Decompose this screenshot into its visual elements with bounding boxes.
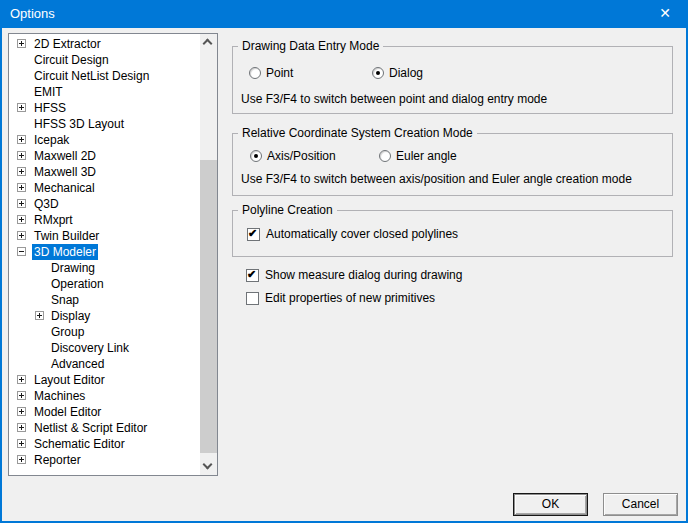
tree-item-label[interactable]: Operation (49, 276, 106, 292)
tree-item[interactable]: Display (9, 308, 200, 324)
checkbox-edit-properties-new-primitives[interactable]: Edit properties of new primitives (246, 291, 435, 306)
tree-item[interactable]: Circuit NetList Design (9, 68, 200, 84)
radio-axis-position[interactable]: Axis/Position (250, 149, 336, 164)
radio-label[interactable]: Dialog (389, 66, 423, 80)
tree-item-label[interactable]: RMxprt (32, 212, 75, 228)
tree-item-label[interactable]: Maxwell 3D (32, 164, 98, 180)
tree-item[interactable]: HFSS 3D Layout (9, 116, 200, 132)
tree-item-label[interactable]: Layout Editor (32, 372, 107, 388)
tree-scrollbar[interactable] (200, 34, 217, 475)
tree-expand-plus-icon[interactable] (17, 423, 26, 432)
tree-item[interactable]: Twin Builder (9, 228, 200, 244)
scrollbar-thumb[interactable] (200, 160, 217, 453)
tree-item-label[interactable]: Netlist & Script Editor (32, 420, 149, 436)
tree-item-label[interactable]: Twin Builder (32, 228, 101, 244)
tree-expand-plus-icon[interactable] (17, 167, 26, 176)
radio-label[interactable]: Axis/Position (267, 149, 336, 163)
tree-expand-plus-icon[interactable] (17, 391, 26, 400)
checkbox-icon[interactable] (247, 228, 260, 241)
tree-item[interactable]: Machines (9, 388, 200, 404)
tree-item[interactable]: 2D Extractor (9, 36, 200, 52)
tree-item[interactable]: EMIT (9, 84, 200, 100)
tree-expand-plus-icon[interactable] (17, 455, 26, 464)
tree-item[interactable]: Group (9, 324, 200, 340)
tree-expand-plus-icon[interactable] (17, 103, 26, 112)
tree-item[interactable]: Circuit Design (9, 52, 200, 68)
tree-item-label[interactable]: Maxwell 2D (32, 148, 98, 164)
ok-button[interactable]: OK (513, 493, 588, 516)
radio-dialog[interactable]: Dialog (372, 66, 423, 81)
tree-item-label[interactable]: Icepak (32, 132, 71, 148)
scroll-down-icon[interactable] (200, 458, 217, 475)
tree-item-label[interactable]: Drawing (49, 260, 97, 276)
checkbox-label[interactable]: Edit properties of new primitives (265, 291, 435, 305)
tree-expand-plus-icon[interactable] (17, 199, 26, 208)
scroll-up-icon[interactable] (200, 34, 217, 51)
tree-item[interactable]: Icepak (9, 132, 200, 148)
tree-item[interactable]: Maxwell 2D (9, 148, 200, 164)
tree-item-label[interactable]: HFSS 3D Layout (32, 116, 126, 132)
tree-expand-plus-icon[interactable] (17, 439, 26, 448)
tree-item-label[interactable]: HFSS (32, 100, 68, 116)
radio-button-icon[interactable] (372, 67, 384, 79)
tree-item[interactable]: Advanced (9, 356, 200, 372)
tree-item[interactable]: Netlist & Script Editor (9, 420, 200, 436)
tree-item[interactable]: Layout Editor (9, 372, 200, 388)
radio-label[interactable]: Point (266, 66, 293, 80)
tree-expand-plus-icon[interactable] (35, 311, 44, 320)
checkbox-icon[interactable] (246, 269, 259, 282)
tree-expand-plus-icon[interactable] (17, 215, 26, 224)
tree-item[interactable]: Reporter (9, 452, 200, 468)
tree-expand-plus-icon[interactable] (17, 135, 26, 144)
tree-item[interactable]: Q3D (9, 196, 200, 212)
tree-item-label[interactable]: Q3D (32, 196, 61, 212)
tree-item[interactable]: Maxwell 3D (9, 164, 200, 180)
tree-item-label[interactable]: EMIT (32, 84, 65, 100)
tree-expand-plus-icon[interactable] (17, 407, 26, 416)
tree-expand-plus-icon[interactable] (17, 183, 26, 192)
tree-item-label[interactable]: Group (49, 324, 86, 340)
tree-expand-plus-icon[interactable] (17, 151, 26, 160)
tree-item[interactable]: RMxprt (9, 212, 200, 228)
tree-item[interactable]: Operation (9, 276, 200, 292)
tree-item[interactable]: Snap (9, 292, 200, 308)
tree-item[interactable]: Discovery Link (9, 340, 200, 356)
tree-item[interactable]: Drawing (9, 260, 200, 276)
cancel-button[interactable]: Cancel (603, 493, 678, 516)
tree-expand-plus-icon[interactable] (17, 231, 26, 240)
tree-item[interactable]: Schematic Editor (9, 436, 200, 452)
tree-item-label[interactable]: Schematic Editor (32, 436, 127, 452)
tree-item-label[interactable]: Advanced (49, 356, 106, 372)
close-icon[interactable]: ✕ (642, 0, 688, 28)
radio-button-icon[interactable] (379, 150, 391, 162)
tree-item-label[interactable]: Snap (49, 292, 81, 308)
tree-collapse-minus-icon[interactable] (17, 247, 26, 256)
tree-item[interactable]: Mechanical (9, 180, 200, 196)
tree-item-label[interactable]: Discovery Link (49, 340, 131, 356)
checkbox-label[interactable]: Show measure dialog during drawing (265, 268, 462, 282)
tree-expand-plus-icon[interactable] (17, 39, 26, 48)
checkbox-show-measure-dialog[interactable]: Show measure dialog during drawing (246, 268, 462, 283)
radio-button-icon[interactable] (249, 67, 261, 79)
tree-item-label[interactable]: Machines (32, 388, 87, 404)
tree-item[interactable]: Model Editor (9, 404, 200, 420)
tree-item-label[interactable]: Model Editor (32, 404, 103, 420)
checkbox-auto-cover-polylines[interactable]: Automatically cover closed polylines (247, 227, 458, 242)
tree-item-label[interactable]: Display (49, 308, 92, 324)
tree-item-label[interactable]: Circuit Design (32, 52, 111, 68)
radio-point[interactable]: Point (249, 66, 293, 81)
tree-expand-plus-icon[interactable] (17, 375, 26, 384)
tree-item-label[interactable]: 2D Extractor (32, 36, 103, 52)
tree-item-label[interactable]: Mechanical (32, 180, 97, 196)
tree-item-label[interactable]: Circuit NetList Design (32, 68, 151, 84)
tree-item[interactable]: 3D Modeler (9, 244, 200, 260)
tree-item-label[interactable]: Reporter (32, 452, 83, 468)
tree-item[interactable]: HFSS (9, 100, 200, 116)
checkbox-icon[interactable] (246, 292, 259, 305)
radio-button-icon[interactable] (250, 150, 262, 162)
tree-item-label[interactable]: 3D Modeler (32, 244, 98, 260)
radio-euler-angle[interactable]: Euler angle (379, 149, 457, 164)
checkbox-label[interactable]: Automatically cover closed polylines (266, 227, 458, 241)
radio-label[interactable]: Euler angle (396, 149, 457, 163)
dialog-title: Options (10, 0, 55, 28)
